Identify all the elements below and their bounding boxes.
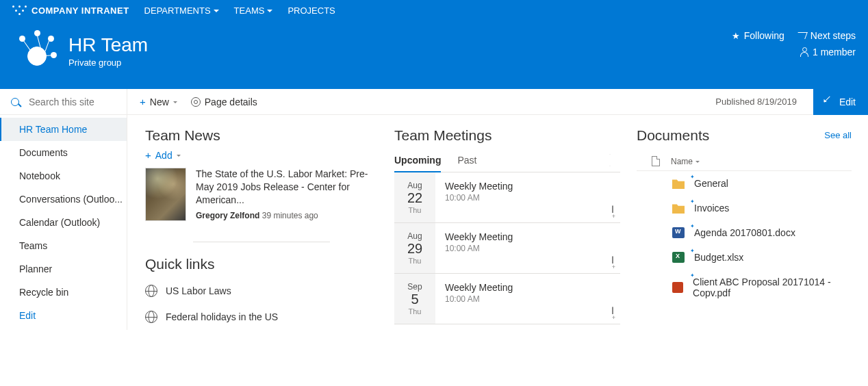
meeting-date: Aug29Thu [394,223,435,273]
document-name: Invoices [694,203,729,214]
pencil-icon [824,96,835,107]
waffle-icon [12,5,27,15]
quick-link-item[interactable]: US Labor Laws [145,278,378,304]
meeting-item[interactable]: Aug29ThuWeekly Meeting10:00 AM [394,223,620,274]
meeting-time: 10:00 AM [445,244,611,253]
pdf-icon [672,282,683,293]
meeting-date: Aug22Thu [394,172,435,222]
sidebar-item-planner[interactable]: Planner [0,257,127,281]
team-news-heading: Team News [145,127,378,144]
edit-button[interactable]: Edit [813,89,868,115]
meeting-date: Sep5Thu [394,274,435,324]
folder-icon [672,203,685,214]
news-meta: Gregory Zelfond 39 minutes ago [196,211,378,220]
nav-teams[interactable]: TEAMS [234,5,273,16]
calendar-add-icon [612,307,613,319]
next-steps-button[interactable]: Next steps [797,30,856,41]
document-name: Client ABC Proposal 20171014 - Copv.pdf [693,276,852,298]
sidebar-item-recycle[interactable]: Recycle bin [0,281,127,304]
team-meetings-heading: Team Meetings [394,127,620,144]
new-indicator-icon: ✦ [690,198,695,205]
new-button[interactable]: + New [140,96,177,107]
logo[interactable]: COMPANY INTRANET [12,5,129,16]
next-steps-icon [795,32,808,39]
see-all-link[interactable]: See all [824,130,852,140]
command-bar: + New Page details Published 8/19/2019 E… [0,89,868,115]
name-column[interactable]: Name [671,157,700,166]
news-thumbnail [145,168,186,221]
hero: HR Team Private group ★Following Next st… [0,21,868,89]
plus-icon: + [145,149,151,161]
add-news-button[interactable]: + Add [145,149,378,161]
star-icon: ★ [732,31,740,41]
sidebar-item-notebook[interactable]: Notebook [0,164,127,188]
document-row[interactable]: ✦Client ABC Proposal 20171014 - Copv.pdf [637,270,852,305]
meeting-title: Weekly Meeting [445,181,611,192]
search-input[interactable] [27,96,110,108]
news-title: The State of the U.S. Labor Market: Pre-… [196,168,378,207]
documents-header: Name [637,149,852,171]
quick-links-heading: Quick links [145,256,378,272]
docx-icon [672,227,685,238]
meeting-item[interactable]: Sep5ThuWeekly Meeting10:00 AM [394,274,620,324]
meeting-title: Weekly Meeting [445,231,611,242]
documents-heading: Documents [637,127,852,144]
document-name: Agenda 20170801.docx [694,227,795,238]
new-indicator-icon: ✦ [690,248,695,254]
chevron-down-icon [267,10,272,15]
quick-link-item[interactable]: Federal holidays in the US [145,304,378,330]
hero-actions: ★Following Next steps 1 member [732,30,856,63]
following-button[interactable]: ★Following [732,30,784,41]
new-indicator-icon: ✦ [690,223,695,229]
gear-icon [191,97,201,107]
calendar-add-icon [612,205,613,218]
divider [193,242,330,242]
sidebar-item-documents[interactable]: Documents [0,141,127,164]
page-details-button[interactable]: Page details [191,96,257,107]
globe-icon [145,311,157,323]
refresh-button[interactable] [609,155,611,166]
search-box[interactable] [0,89,127,115]
sidebar-item-teams[interactable]: Teams [0,234,127,257]
sidebar-item-home[interactable]: HR Team Home [0,118,127,141]
xlsx-icon [672,252,685,263]
plus-icon: + [140,96,146,107]
members-link[interactable]: 1 member [800,47,856,57]
meeting-time: 10:00 AM [445,294,611,304]
document-name: Budget.xlsx [694,252,743,263]
chevron-down-icon [177,155,181,159]
tab-upcoming[interactable]: Upcoming [394,149,441,172]
chevron-down-icon [214,10,219,15]
document-row[interactable]: ✦Invoices [637,196,852,220]
calendar-add-icon [612,256,613,268]
meeting-time: 10:00 AM [445,193,611,203]
sidebar-item-calendar[interactable]: Calendar (Outlook) [0,211,127,234]
search-icon [11,98,19,106]
add-to-calendar-button[interactable] [612,206,613,217]
globe-icon [145,285,157,297]
sidebar-item-conversations[interactable]: Conversations (Outloo... [0,188,127,211]
add-to-calendar-button[interactable] [612,307,613,318]
published-date: Published 8/19/2019 [715,96,804,107]
company-name: COMPANY INTRANET [31,5,129,16]
meetings-tabs: Upcoming Past [394,149,620,172]
refresh-icon [609,154,611,166]
nav-departments[interactable]: DEPARTMENTS [144,5,219,16]
main-content: Team News + Add The State of the U.S. La… [127,115,868,330]
add-to-calendar-button[interactable] [612,257,613,268]
group-privacy: Private group [68,57,148,68]
team-icon [15,29,59,73]
document-row[interactable]: ✦Budget.xlsx [637,245,852,270]
meeting-title: Weekly Meeting [445,282,611,293]
document-row[interactable]: ✦General [637,171,852,196]
document-row[interactable]: ✦Agenda 20170801.docx [637,220,852,245]
chevron-down-icon [695,161,700,165]
tab-past[interactable]: Past [457,149,476,172]
news-item[interactable]: The State of the U.S. Labor Market: Pre-… [145,168,378,221]
layout: HR Team Home Documents Notebook Conversa… [0,115,868,330]
chevron-down-icon [173,101,177,105]
meeting-item[interactable]: Aug22ThuWeekly Meeting10:00 AM [394,172,620,223]
file-icon [652,156,660,166]
sidebar-edit-link[interactable]: Edit [0,304,127,327]
nav-projects[interactable]: PROJECTS [288,5,335,16]
